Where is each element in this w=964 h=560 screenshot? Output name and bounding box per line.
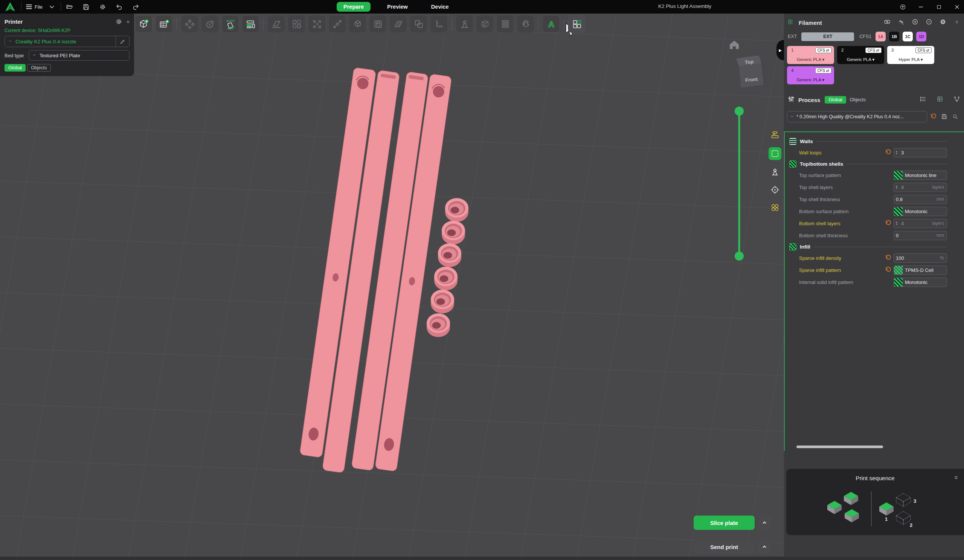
open-file-icon[interactable] — [65, 3, 74, 11]
text-tool-button[interactable]: A — [542, 15, 560, 33]
filament-slot-3[interactable]: 3 CFS ⇄ Hyper PLA ▾ — [887, 46, 934, 64]
print-sequence-options[interactable]: 1 2 3 — [811, 487, 939, 531]
filament-collapse-icon[interactable] — [954, 20, 959, 26]
spinner-arrows[interactable]: ▴▾ — [894, 150, 899, 155]
parameter-table-icon[interactable] — [936, 96, 943, 104]
filament-slot-1[interactable]: 1 CFS ⇄ Generic PLA ▾ — [787, 46, 834, 64]
reset-value-icon[interactable] — [885, 255, 892, 261]
slice-options-caret[interactable] — [758, 516, 771, 530]
compare-presets-icon[interactable] — [953, 96, 960, 104]
add-model-button[interactable] — [135, 15, 153, 33]
slider-handle-bottom[interactable] — [735, 252, 744, 260]
tab-device[interactable]: Device — [424, 2, 456, 12]
process-tab-global[interactable]: Global — [825, 96, 846, 104]
panel-collapse-notch[interactable]: ▶ — [777, 40, 784, 60]
viewport-3d[interactable]: Top Front Printer « Current device: SHaD… — [0, 13, 784, 560]
filament-settings-gear-icon[interactable] — [940, 18, 946, 27]
save-icon[interactable] — [82, 3, 90, 11]
sparse-infill-density-input[interactable]: 100 % — [894, 254, 947, 263]
send-options-caret[interactable] — [758, 540, 771, 554]
arrange-plate-button[interactable] — [242, 15, 259, 33]
params-horizontal-scrollbar[interactable] — [784, 446, 964, 449]
panel-collapse-icon[interactable]: « — [127, 18, 130, 24]
maximize-button[interactable] — [935, 3, 943, 11]
filament-slot-4[interactable]: 4 CFS ⇄ Generic PLA ▾ — [787, 66, 834, 85]
close-button[interactable] — [953, 3, 961, 11]
settings-gear-icon[interactable] — [99, 3, 107, 11]
scrollbar-thumb[interactable] — [796, 446, 883, 448]
filament-spool-icon — [788, 18, 795, 27]
file-menu-chevron[interactable] — [48, 3, 56, 11]
multi-material-settings-icon[interactable] — [769, 202, 781, 213]
filament-purge-icon[interactable] — [898, 18, 904, 27]
auto-orient-button[interactable]: AUTO — [221, 15, 239, 33]
bottom-shell-thickness-input[interactable]: 0 mm — [894, 231, 947, 240]
internal-solid-infill-pattern-select[interactable]: Monotonic — [894, 278, 947, 287]
nav-cube-front-label[interactable]: Front — [745, 77, 758, 83]
material-dropdown[interactable]: Generic PLA ▾ — [837, 57, 884, 62]
filament-slot-2[interactable]: 2 CFS ⇄ Generic PLA ▾ — [837, 46, 884, 64]
material-dropdown[interactable]: Generic PLA ▾ — [787, 57, 834, 62]
slice-plate-button[interactable]: Slice plate — [694, 516, 755, 530]
bottom-surface-pattern-select[interactable]: Monotonic — [894, 207, 947, 216]
edit-pencil-icon[interactable] — [116, 36, 129, 47]
printer-tab-global[interactable]: Global — [5, 64, 26, 72]
cfs-chip-1b[interactable]: 1B — [889, 32, 899, 41]
cfs-chip-1c[interactable]: 1C — [903, 32, 913, 41]
tab-preview[interactable]: Preview — [380, 2, 415, 12]
top-surface-pattern-select[interactable]: Monotonic line — [894, 171, 947, 180]
preset-search-icon[interactable] — [952, 113, 959, 120]
bottom-shell-layers-input[interactable]: ▴▾ 4 layers — [894, 219, 947, 228]
printer-tab-objects[interactable]: Objects — [27, 64, 50, 72]
file-menu[interactable]: File — [26, 4, 42, 10]
printer-select[interactable]: Creality K2 Plus 0.4 nozzle — [5, 36, 130, 47]
spinner-arrows[interactable]: ▴▾ — [894, 185, 899, 189]
preset-select[interactable]: * 0.20mm High Quality @Creality K2 Plus … — [787, 111, 927, 122]
support-settings-icon[interactable] — [769, 166, 781, 178]
svg-text:A: A — [548, 20, 554, 29]
slider-handle-top[interactable] — [735, 107, 744, 116]
process-title: Process — [798, 97, 820, 103]
upload-cloud-icon[interactable] — [899, 3, 907, 11]
top-shell-thickness-input[interactable]: 0.8 mm — [894, 195, 947, 204]
preset-reset-icon[interactable] — [930, 113, 937, 120]
top-shell-layers-input[interactable]: ▴▾ 4 layers — [894, 182, 947, 192]
filament-add-icon[interactable] — [912, 18, 918, 27]
redo-icon[interactable] — [132, 3, 140, 11]
preset-save-icon[interactable] — [941, 113, 948, 120]
wall-loops-input[interactable]: ▴▾ 3 — [894, 148, 947, 158]
mode-tabs: Prepare Preview Device — [337, 1, 456, 12]
titlebar: File Prepare Prev — [0, 0, 964, 13]
quality-settings-icon[interactable] — [769, 130, 781, 141]
process-tab-objects[interactable]: Objects — [846, 96, 870, 104]
sparse-infill-pattern-select[interactable]: TPMS-D Cell — [894, 265, 947, 275]
cfs-chip-1a[interactable]: 1A — [876, 32, 886, 41]
minimize-button[interactable] — [917, 3, 925, 11]
nav-cube-top-label[interactable]: Top — [745, 59, 754, 65]
material-dropdown[interactable]: Hyper PLA ▾ — [887, 57, 934, 62]
sequence-all-at-once[interactable] — [827, 492, 859, 523]
ext-button[interactable]: EXT — [801, 33, 854, 41]
printer-settings-gear-icon[interactable] — [114, 17, 123, 26]
seam-settings-icon[interactable] — [769, 184, 781, 195]
sequence-by-object[interactable]: 1 2 3 — [879, 493, 916, 528]
plate-settings-icon[interactable] — [769, 147, 782, 160]
svg-text:1: 1 — [885, 516, 887, 522]
cfs-chip-1d[interactable]: 1D — [916, 32, 927, 41]
undo-icon[interactable] — [115, 3, 124, 11]
reset-value-icon[interactable] — [885, 149, 892, 156]
material-dropdown[interactable]: Generic PLA ▾ — [787, 77, 834, 83]
assembly-puzzle-button[interactable] — [568, 15, 586, 33]
reset-value-icon[interactable] — [885, 267, 892, 273]
filament-remove-icon[interactable] — [926, 18, 932, 27]
spinner-arrows[interactable]: ▴▾ — [894, 221, 899, 226]
send-print-button[interactable]: Send print — [694, 540, 755, 554]
tab-prepare[interactable]: Prepare — [337, 2, 371, 12]
print-sequence-collapse-icon[interactable] — [953, 475, 959, 481]
parameter-list-icon[interactable] — [920, 96, 927, 104]
bed-type-select[interactable]: Textured PEI Plate — [29, 50, 130, 61]
build-plate-scene[interactable]: Top Front — [0, 13, 784, 560]
reset-value-icon[interactable] — [885, 220, 892, 227]
add-plate-button[interactable] — [155, 15, 173, 33]
filament-sync-icon[interactable] — [884, 18, 891, 27]
